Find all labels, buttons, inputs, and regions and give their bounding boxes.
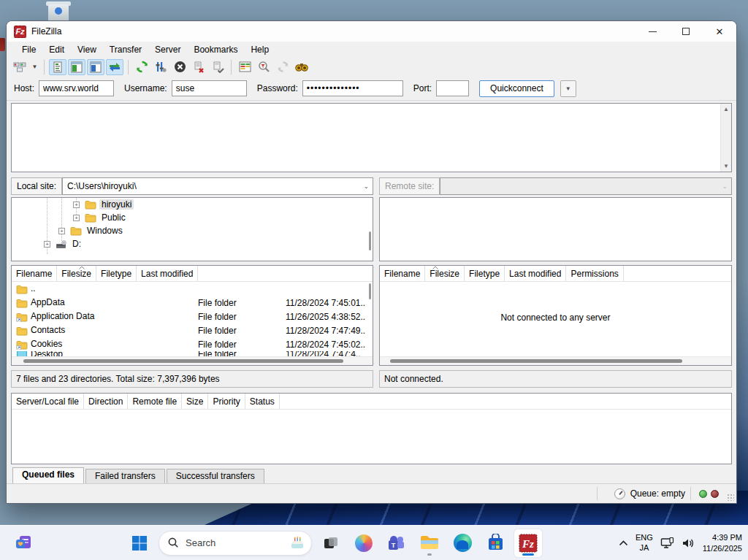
column-header[interactable]: Filesize xyxy=(425,266,465,281)
reconnect-button[interactable] xyxy=(209,59,226,75)
clock[interactable]: 4:39 PM 11/26/2025 xyxy=(703,532,742,553)
tree-expand-icon[interactable]: + xyxy=(73,202,80,208)
menu-item[interactable]: Transfer xyxy=(103,43,148,56)
file-explorer-icon[interactable] xyxy=(416,529,443,557)
cancel-operation-button[interactable] xyxy=(171,59,188,75)
chevron-down-icon[interactable]: ⌄ xyxy=(363,183,369,190)
message-log[interactable]: ▲ ▼ xyxy=(11,103,732,172)
file-row[interactable]: AppData File folder 11/28/2024 7:45:01.. xyxy=(12,296,373,310)
titlebar[interactable]: Fz FileZilla ✕ xyxy=(7,21,736,42)
disconnect-button[interactable] xyxy=(190,59,207,75)
task-view-icon[interactable] xyxy=(317,529,345,557)
quickconnect-dropdown[interactable]: ▼ xyxy=(560,80,576,97)
minimize-button[interactable] xyxy=(636,21,669,42)
column-header[interactable]: Filename xyxy=(12,266,57,281)
queue-tab[interactable]: Successful transfers xyxy=(167,469,264,483)
menu-item[interactable]: File xyxy=(15,43,42,56)
file-row[interactable]: Cookies File folder 11/28/2024 7:45:02.. xyxy=(12,337,373,351)
tree-expand-icon[interactable]: + xyxy=(58,228,65,234)
tree-expand-icon[interactable]: + xyxy=(44,241,50,248)
start-button[interactable] xyxy=(126,529,153,557)
file-row[interactable]: Contacts File folder 11/28/2024 7:47:49.… xyxy=(12,323,373,337)
list-scrollbar-thumb[interactable] xyxy=(369,283,371,299)
speed-gauge-icon[interactable] xyxy=(614,488,625,499)
search-box[interactable]: Search xyxy=(159,531,312,556)
directory-comparison-button[interactable] xyxy=(236,59,253,75)
port-input[interactable] xyxy=(436,80,469,96)
column-header[interactable]: Last modified xyxy=(137,266,198,281)
local-tree[interactable]: + hiroyuki + Public + Windows + xyxy=(11,197,373,261)
tree-scrollbar-thumb[interactable] xyxy=(369,231,371,250)
column-header[interactable]: Priority xyxy=(208,394,245,409)
tree-item[interactable]: + hiroyuki xyxy=(12,198,373,211)
remote-site-combo[interactable]: ⌄ xyxy=(440,177,732,195)
file-row[interactable]: Desktop File folder 11/28/2024 7:47:4.. xyxy=(12,351,373,356)
file-search-button[interactable] xyxy=(293,59,310,75)
column-header[interactable]: Filesize xyxy=(57,266,96,281)
local-hscrollbar[interactable] xyxy=(12,356,373,365)
queue-body[interactable] xyxy=(12,410,731,464)
quickconnect-button[interactable]: Quickconnect xyxy=(479,80,554,97)
process-queue-button[interactable] xyxy=(152,59,169,75)
synchronized-browsing-button[interactable] xyxy=(274,59,291,75)
column-header[interactable]: Last modified xyxy=(505,266,566,281)
store-icon[interactable] xyxy=(481,529,509,557)
menu-item[interactable]: View xyxy=(71,43,103,56)
password-input[interactable] xyxy=(302,80,403,96)
copilot-icon[interactable] xyxy=(350,529,378,557)
filezilla-taskbar-icon[interactable]: Fz xyxy=(514,529,542,557)
tree-item[interactable]: + Public xyxy=(12,211,373,224)
menu-item[interactable]: Help xyxy=(244,43,275,56)
teams-icon[interactable]: T xyxy=(383,529,411,557)
column-header[interactable]: Server/Local file xyxy=(12,394,84,409)
column-header[interactable]: Filetype xyxy=(465,266,505,281)
column-header[interactable]: Permissions xyxy=(566,266,623,281)
column-header[interactable]: Remote file xyxy=(128,394,182,409)
remote-hscrollbar[interactable] xyxy=(380,356,731,365)
menu-item[interactable]: Bookmarks xyxy=(187,43,244,56)
tree-expand-icon[interactable]: + xyxy=(73,215,80,221)
host-input[interactable] xyxy=(39,80,114,96)
refresh-button[interactable] xyxy=(133,59,150,75)
recycle-bin-icon[interactable] xyxy=(44,0,73,20)
search-highlight-cake-icon[interactable] xyxy=(288,534,307,553)
tray-expand-icon[interactable] xyxy=(619,540,628,546)
tree-item[interactable]: + Windows xyxy=(12,224,373,237)
toggle-message-log-button[interactable] xyxy=(49,59,66,75)
menu-item[interactable]: Server xyxy=(148,43,187,56)
toggle-transfer-queue-button[interactable] xyxy=(106,59,123,75)
toggle-local-tree-button[interactable] xyxy=(68,59,85,75)
scroll-down-icon[interactable]: ▼ xyxy=(723,161,729,172)
remote-tree[interactable] xyxy=(379,197,732,261)
resize-grip[interactable] xyxy=(727,494,734,501)
filter-button[interactable] xyxy=(255,59,272,75)
toggle-remote-tree-button[interactable] xyxy=(87,59,104,75)
file-row[interactable]: Application Data File folder 11/26/2025 … xyxy=(12,310,373,323)
maximize-button[interactable] xyxy=(669,21,703,42)
network-icon[interactable] xyxy=(660,537,674,549)
column-header[interactable]: Direction xyxy=(84,394,128,409)
language-indicator[interactable]: ENG JA xyxy=(636,533,653,553)
site-manager-dropdown[interactable]: ▼ xyxy=(30,59,39,75)
close-button[interactable]: ✕ xyxy=(703,21,736,42)
site-manager-button[interactable] xyxy=(11,59,28,75)
queue-tab[interactable]: Queued files xyxy=(12,467,84,483)
desktop-shortcut-icon[interactable] xyxy=(0,38,5,51)
edge-icon[interactable] xyxy=(449,529,476,557)
local-site-combo[interactable]: C:\Users\hiroyuki\ ⌄ xyxy=(62,177,373,195)
column-header[interactable]: Size xyxy=(182,394,208,409)
tree-item[interactable]: + D: xyxy=(12,237,373,250)
widgets-icon[interactable] xyxy=(10,529,38,557)
column-header[interactable]: Filetype xyxy=(96,266,137,281)
column-header[interactable]: Status xyxy=(245,394,280,409)
local-file-list[interactable]: Filename Filesize Filetype Last modified… xyxy=(11,265,373,366)
volume-icon[interactable] xyxy=(682,537,695,549)
column-header[interactable]: Filename xyxy=(380,266,425,281)
username-input[interactable] xyxy=(172,80,247,96)
menu-item[interactable]: Edit xyxy=(42,43,71,56)
queue-tab[interactable]: Failed transfers xyxy=(85,469,165,483)
log-scrollbar[interactable]: ▲ ▼ xyxy=(720,104,731,172)
remote-file-list[interactable]: Filename Filesize Filetype Last modified… xyxy=(379,265,732,366)
file-row[interactable]: .. xyxy=(12,282,373,296)
scroll-up-icon[interactable]: ▲ xyxy=(723,104,729,115)
